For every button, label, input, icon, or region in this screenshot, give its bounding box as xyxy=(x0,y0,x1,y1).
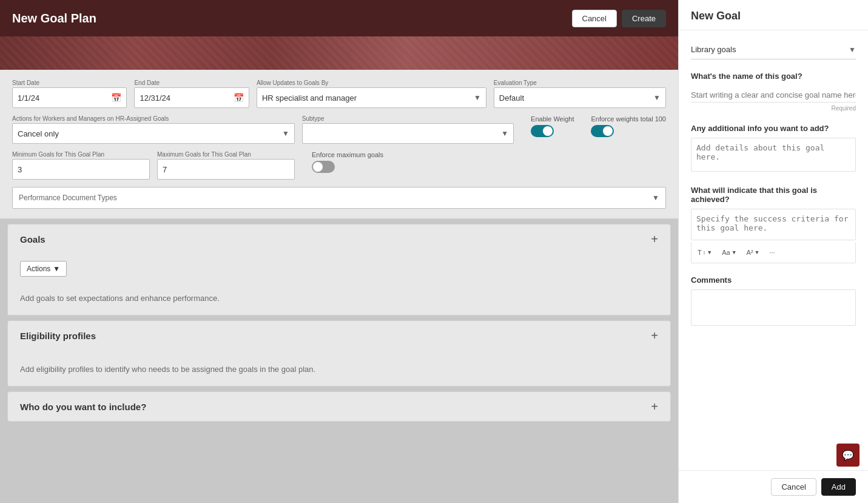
end-date-group: End Date 12/31/24 📅 xyxy=(134,79,249,108)
format-t-chevron: ▼ xyxy=(707,249,712,255)
enforce-weights-group: Enforce weights total 100 xyxy=(591,115,666,137)
goal-name-question: What's the name of this goal? xyxy=(691,72,856,81)
start-date-input[interactable]: 1/1/24 📅 xyxy=(12,87,127,108)
create-button[interactable]: Create xyxy=(622,10,666,27)
additional-info-textarea[interactable] xyxy=(691,138,856,172)
goals-section-header: Goals + xyxy=(8,224,670,254)
allow-updates-arrow: ▼ xyxy=(474,93,481,102)
min-goals-input[interactable]: 3 xyxy=(12,159,150,180)
min-goals-label: Minimum Goals for This Goal Plan xyxy=(12,151,150,158)
comments-label: Comments xyxy=(691,275,856,285)
enforce-weights-label: Enforce weights total 100 xyxy=(591,115,666,123)
subtype-select[interactable]: ▼ xyxy=(302,123,514,144)
comments-section: Comments xyxy=(691,275,856,328)
perf-doc-label: Performance Document Types xyxy=(19,194,117,202)
goals-empty-text: Add goals to set expectations and enhanc… xyxy=(20,294,658,303)
start-date-value: 1/1/24 xyxy=(18,93,39,103)
right-panel-body: Library goals ▼ What's the name of this … xyxy=(679,30,868,470)
actions-group: Actions for Workers and Managers on HR-A… xyxy=(12,115,295,144)
additional-info-section: Any additional info you want to add? xyxy=(691,124,856,186)
enforce-max-toggle[interactable] xyxy=(312,161,335,173)
subtype-label: Subtype xyxy=(302,115,514,122)
perf-doc-select[interactable]: Performance Document Types ▼ xyxy=(12,187,666,209)
who-add-icon[interactable]: + xyxy=(651,400,658,413)
enable-weight-label: Enable Weight xyxy=(531,115,574,123)
success-criteria-textarea[interactable] xyxy=(691,209,856,240)
start-date-group: Start Date 1/1/24 📅 xyxy=(12,79,127,108)
allow-updates-label: Allow Updates to Goals By xyxy=(257,79,486,86)
cancel-button[interactable]: Cancel xyxy=(572,10,617,27)
header-buttons: Cancel Create xyxy=(572,10,667,27)
form-row-1: Start Date 1/1/24 📅 End Date 12/31/24 📅 … xyxy=(12,79,666,108)
actions-button[interactable]: Actions ▼ xyxy=(20,261,67,277)
format-text-btn[interactable]: T ↕ ▼ xyxy=(694,247,716,258)
min-goals-group: Minimum Goals for This Goal Plan 3 xyxy=(12,151,150,180)
achieved-section: What will indicate that this goal is ach… xyxy=(691,186,856,263)
max-goals-label: Maximum Goals for This Goal Plan xyxy=(157,151,295,158)
comments-textarea[interactable] xyxy=(691,289,856,326)
achieved-question: What will indicate that this goal is ach… xyxy=(691,186,856,204)
perf-doc-arrow: ▼ xyxy=(652,194,659,202)
allow-updates-select[interactable]: HR specialist and manager ▼ xyxy=(257,87,486,108)
allow-updates-group: Allow Updates to Goals By HR specialist … xyxy=(257,79,486,108)
page-title: New Goal Plan xyxy=(12,12,96,25)
goals-add-icon[interactable]: + xyxy=(651,233,658,245)
left-header: New Goal Plan Cancel Create xyxy=(0,0,678,36)
library-goals-dropdown[interactable]: Library goals ▼ xyxy=(691,40,856,59)
additional-info-question: Any additional info you want to add? xyxy=(691,124,856,133)
goals-section-body: Actions ▼ Add goals to set expectations … xyxy=(8,254,670,315)
max-goals-input[interactable]: 7 xyxy=(157,159,295,180)
actions-select[interactable]: Cancel only ▼ xyxy=(12,123,295,144)
form-row-2: Actions for Workers and Managers on HR-A… xyxy=(12,115,666,144)
chat-button[interactable]: 💬 xyxy=(836,444,860,467)
end-date-input[interactable]: 12/31/24 📅 xyxy=(134,87,249,108)
form-row-3: Minimum Goals for This Goal Plan 3 Maxim… xyxy=(12,151,666,180)
max-goals-value: 7 xyxy=(163,165,167,174)
goals-section-title: Goals xyxy=(20,234,45,245)
eval-type-arrow: ▼ xyxy=(653,93,661,102)
right-cancel-button[interactable]: Cancel xyxy=(771,478,816,496)
evaluation-type-select[interactable]: Default ▼ xyxy=(494,87,666,108)
more-options-icon: ··· xyxy=(769,249,775,256)
eligibility-empty-text: Add eligibility profiles to identify who… xyxy=(20,365,658,374)
who-section-title: Who do you want to include? xyxy=(20,402,146,412)
subtype-group: Subtype ▼ xyxy=(302,115,514,144)
eligibility-add-icon[interactable]: + xyxy=(651,329,658,342)
subtype-arrow: ▼ xyxy=(501,129,508,138)
right-panel: New Goal Library goals ▼ What's the name… xyxy=(678,0,868,503)
eligibility-section-body: Add eligibility profiles to identify who… xyxy=(8,350,670,386)
editor-toolbar: T ↕ ▼ Aa ▼ A² ▼ ··· xyxy=(691,242,856,263)
eligibility-section-header: Eligibility profiles + xyxy=(8,321,670,350)
format-t-arrow: ↕ xyxy=(703,249,706,255)
scrollable-content: Start Date 1/1/24 📅 End Date 12/31/24 📅 … xyxy=(0,70,678,503)
end-date-label: End Date xyxy=(134,79,249,86)
right-panel-title: New Goal xyxy=(691,10,741,22)
superscript-icon: A² xyxy=(747,249,753,256)
max-goals-group: Maximum Goals for This Goal Plan 7 xyxy=(157,151,295,180)
actions-btn-arrow: ▼ xyxy=(53,265,60,273)
font-size-btn[interactable]: Aa ▼ xyxy=(718,247,740,258)
perf-doc-group: Performance Document Types ▼ xyxy=(12,187,666,209)
evaluation-type-label: Evaluation Type xyxy=(494,79,666,86)
required-label: Required xyxy=(691,105,856,112)
more-options-btn[interactable]: ··· xyxy=(765,247,778,258)
form-row-4: Performance Document Types ▼ xyxy=(12,187,666,209)
enable-weight-toggle[interactable] xyxy=(531,125,554,137)
goals-section-block: Goals + Actions ▼ Add goals to set expec… xyxy=(7,224,671,316)
form-section: Start Date 1/1/24 📅 End Date 12/31/24 📅 … xyxy=(0,70,678,219)
library-goals-arrow: ▼ xyxy=(849,46,856,54)
evaluation-type-value: Default xyxy=(499,93,524,103)
enable-weight-group: Enable Weight xyxy=(531,115,574,137)
actions-value: Cancel only xyxy=(18,129,59,138)
right-panel-footer: Cancel Add xyxy=(679,470,868,503)
right-add-button[interactable]: Add xyxy=(821,478,856,496)
who-section-header: Who do you want to include? + xyxy=(8,392,670,421)
chat-icon: 💬 xyxy=(842,450,854,461)
eligibility-section-block: Eligibility profiles + Add eligibility p… xyxy=(7,320,671,387)
font-aa-icon: Aa xyxy=(722,249,730,256)
enforce-max-label: Enforce maximum goals xyxy=(312,151,383,158)
superscript-btn[interactable]: A² ▼ xyxy=(743,247,764,258)
enforce-weights-toggle[interactable] xyxy=(591,125,614,137)
goal-name-input[interactable] xyxy=(691,86,856,103)
library-goals-value: Library goals xyxy=(691,45,736,54)
